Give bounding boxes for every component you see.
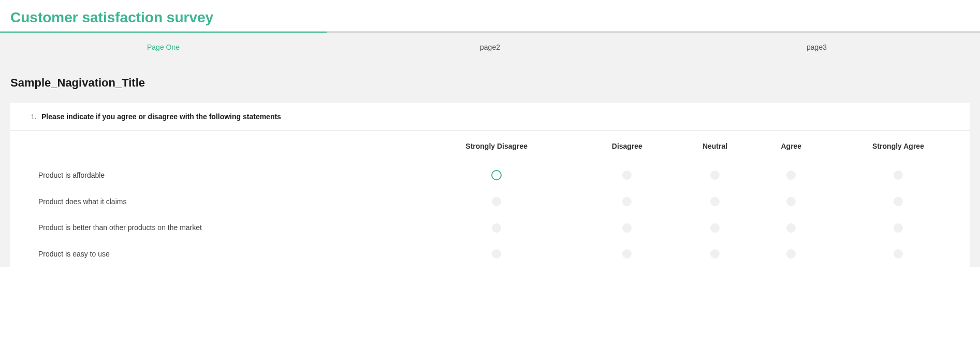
radio-option[interactable] bbox=[710, 223, 720, 233]
radio-option[interactable] bbox=[894, 170, 903, 180]
matrix-row: Product is affordable bbox=[10, 162, 970, 189]
radio-option[interactable] bbox=[786, 223, 796, 233]
radio-option[interactable] bbox=[710, 249, 720, 259]
question-header: 1. Please indicate if you agree or disag… bbox=[10, 103, 970, 131]
radio-option[interactable] bbox=[894, 249, 903, 259]
radio-option[interactable] bbox=[710, 197, 720, 206]
matrix-row-label: Product is better than other products on… bbox=[10, 215, 413, 240]
radio-option[interactable] bbox=[492, 197, 501, 206]
radio-option[interactable] bbox=[622, 170, 632, 180]
matrix-col-header: Neutral bbox=[674, 131, 755, 162]
matrix-row-label: Product does what it claims bbox=[10, 189, 413, 215]
matrix-col-header: Strongly Agree bbox=[827, 131, 970, 162]
radio-option[interactable] bbox=[710, 170, 720, 180]
survey-title: Customer satisfaction survey bbox=[10, 9, 970, 26]
question-card: 1. Please indicate if you agree or disag… bbox=[10, 103, 970, 267]
radio-option[interactable] bbox=[894, 197, 903, 206]
matrix-col-header: Strongly Disagree bbox=[413, 131, 580, 162]
radio-option[interactable] bbox=[786, 170, 796, 180]
content-area: Sample_Nagivation_Title 1. Please indica… bbox=[0, 61, 980, 267]
survey-header: Customer satisfaction survey bbox=[0, 0, 980, 31]
matrix-row: Product is better than other products on… bbox=[10, 215, 970, 240]
radio-option[interactable] bbox=[491, 170, 502, 180]
page-navigation: Page One page2 page3 bbox=[0, 33, 980, 61]
radio-option[interactable] bbox=[786, 249, 796, 259]
matrix-row-label: Product is easy to use bbox=[10, 241, 413, 267]
matrix-row-label: Product is affordable bbox=[10, 162, 413, 189]
question-number: 1. bbox=[29, 113, 36, 121]
radio-option[interactable] bbox=[786, 197, 796, 206]
question-text: Please indicate if you agree or disagree… bbox=[41, 112, 281, 121]
radio-option[interactable] bbox=[622, 223, 632, 233]
radio-option[interactable] bbox=[492, 223, 501, 233]
matrix-header-row: Strongly Disagree Disagree Neutral Agree… bbox=[10, 131, 970, 162]
radio-option[interactable] bbox=[622, 197, 632, 206]
matrix-col-header: Disagree bbox=[580, 131, 674, 162]
page-title: Sample_Nagivation_Title bbox=[10, 76, 970, 90]
matrix-col-header: Agree bbox=[756, 131, 827, 162]
radio-option[interactable] bbox=[894, 223, 903, 233]
page-nav-item-3[interactable]: page3 bbox=[653, 33, 980, 61]
matrix-header-empty bbox=[10, 131, 413, 162]
matrix-table: Strongly Disagree Disagree Neutral Agree… bbox=[10, 131, 970, 267]
matrix-row: Product does what it claims bbox=[10, 189, 970, 215]
matrix-row: Product is easy to use bbox=[10, 241, 970, 267]
page-nav-item-1[interactable]: Page One bbox=[0, 33, 327, 61]
radio-option[interactable] bbox=[492, 249, 501, 259]
radio-option[interactable] bbox=[622, 249, 632, 259]
page-nav-item-2[interactable]: page2 bbox=[327, 33, 653, 61]
